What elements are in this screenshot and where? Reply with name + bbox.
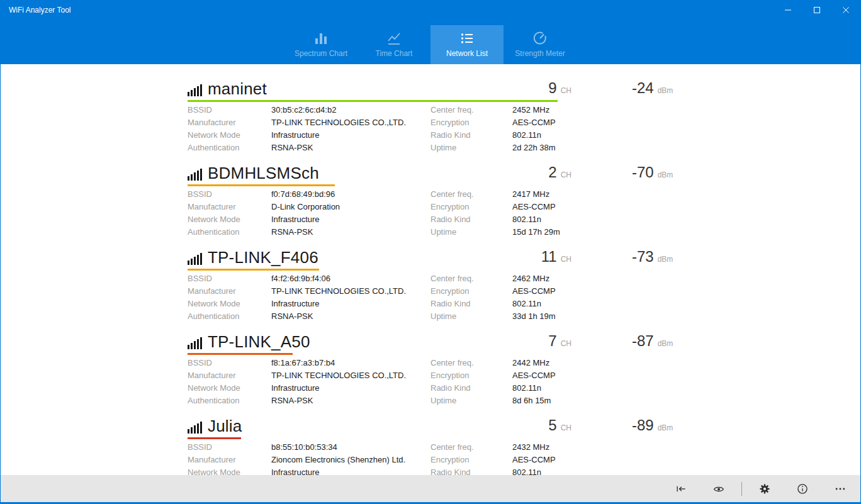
- detail-value: 802.11n: [512, 466, 860, 475]
- channel-block: 2 CH: [452, 164, 571, 181]
- detail-label: Encryption: [430, 285, 512, 298]
- channel-block: 11 CH: [452, 248, 571, 266]
- rssi-value: -87: [632, 332, 654, 350]
- detail-label: Encryption: [430, 201, 512, 213]
- detail-label: Center freq.: [430, 357, 512, 369]
- channel-unit: CH: [561, 423, 571, 432]
- minimize-button[interactable]: [774, 0, 802, 20]
- detail-value: AES-CCMP: [512, 285, 860, 298]
- detail-label: Authentication: [188, 395, 271, 407]
- tab-network-list[interactable]: Network List: [430, 25, 504, 64]
- network-entry[interactable]: maninet 9 CH -24 dBm BSSID 30:b5:c2:6c:d…: [1, 74, 860, 159]
- detail-label: Manufacturer: [188, 369, 271, 382]
- detail-value: f8:1a:67:a3:b7:b4: [271, 357, 430, 369]
- list-icon: [459, 31, 475, 46]
- network-details: BSSID f4:f2:6d:9b:f4:06 Center freq. 246…: [188, 272, 860, 323]
- signal-bars-icon: [188, 337, 202, 349]
- detail-value: 2442 MHz: [512, 357, 860, 369]
- network-entry[interactable]: Julia 5 CH -89 dBm BSSID b8:55:10:b0:53:…: [1, 412, 860, 475]
- rssi-block: -87 dBm: [632, 332, 673, 350]
- detail-label: BSSID: [188, 104, 271, 116]
- network-entry-header: Julia 5 CH -89 dBm: [188, 415, 860, 435]
- signal-underline: [188, 269, 319, 271]
- monitor-button[interactable]: [704, 475, 734, 502]
- rssi-value: -24: [632, 79, 654, 97]
- network-list: maninet 9 CH -24 dBm BSSID 30:b5:c2:6c:d…: [1, 64, 860, 475]
- detail-value: 2452 MHz: [512, 104, 860, 116]
- network-name: TP-LINK_F406: [208, 248, 318, 267]
- settings-button[interactable]: [750, 475, 780, 502]
- detail-value: 2d 22h 38m: [512, 142, 860, 154]
- detail-label: Authentication: [188, 226, 271, 238]
- detail-value: 30:b5:c2:6c:d4:b2: [271, 104, 430, 116]
- network-name: TP-LINK_A50: [208, 332, 310, 351]
- detail-label: Manufacturer: [188, 285, 271, 298]
- detail-label: Radio Kind: [430, 213, 512, 226]
- detail-label: Network Mode: [188, 129, 271, 142]
- network-details: BSSID b8:55:10:b0:53:34 Center freq. 243…: [188, 441, 860, 475]
- detail-value: 802.11n: [512, 213, 860, 226]
- info-button[interactable]: [787, 475, 818, 502]
- close-button[interactable]: [831, 0, 860, 20]
- signal-underline: [188, 353, 293, 355]
- tab-strength-meter[interactable]: Strength Meter: [504, 25, 577, 64]
- network-details: BSSID 30:b5:c2:6c:d4:b2 Center freq. 245…: [188, 104, 860, 154]
- rssi-unit: dBm: [658, 339, 673, 348]
- detail-value: Infrastructure: [271, 382, 430, 395]
- detail-label: Center freq.: [430, 188, 512, 201]
- detail-label: Network Mode: [188, 382, 271, 395]
- detail-value: 2417 MHz: [512, 188, 860, 201]
- channel-number: 5: [548, 417, 556, 434]
- tab-bar: Spectrum Chart Time Chart Network List S…: [1, 20, 860, 64]
- signal-underline: [188, 100, 558, 102]
- network-name: BDMHLSMSch: [208, 164, 319, 182]
- detail-value: f0:7d:68:49:bd:96: [271, 188, 430, 201]
- signal-underline: [188, 437, 241, 439]
- ellipsis-icon: [834, 483, 847, 495]
- network-entry-header: maninet 9 CH -24 dBm: [188, 78, 860, 98]
- detail-label: BSSID: [188, 441, 271, 454]
- rssi-block: -70 dBm: [632, 164, 673, 181]
- detail-label: Encryption: [430, 116, 512, 129]
- eye-icon: [712, 483, 725, 495]
- tab-label: Spectrum Chart: [295, 49, 347, 58]
- tab-label: Time Chart: [376, 49, 413, 58]
- detail-value: AES-CCMP: [512, 116, 860, 129]
- detail-value: RSNA-PSK: [271, 226, 430, 238]
- network-details: BSSID f0:7d:68:49:bd:96 Center freq. 241…: [188, 188, 860, 238]
- channel-block: 5 CH: [452, 417, 571, 434]
- detail-value: Infrastructure: [271, 213, 430, 226]
- network-name: maninet: [208, 79, 267, 98]
- detail-value: D-Link Corporation: [271, 201, 430, 213]
- rssi-unit: dBm: [658, 86, 673, 95]
- network-entry[interactable]: BDMHLSMSch 2 CH -70 dBm BSSID f0:7d:68:4…: [1, 159, 860, 243]
- more-button[interactable]: [825, 475, 855, 502]
- network-entry[interactable]: TP-LINK_A50 7 CH -87 dBm BSSID f8:1a:67:…: [1, 327, 860, 412]
- network-entry[interactable]: TP-LINK_F406 11 CH -73 dBm BSSID f4:f2:6…: [1, 243, 860, 327]
- channel-number: 7: [548, 332, 556, 350]
- tab-label: Network List: [446, 49, 488, 58]
- rssi-unit: dBm: [658, 255, 673, 264]
- dock-window-button[interactable]: [666, 475, 696, 502]
- detail-label: Center freq.: [430, 104, 512, 116]
- info-icon: [796, 483, 809, 495]
- line-chart-icon: [386, 31, 402, 46]
- detail-value: 15d 17h 29m: [512, 226, 860, 238]
- detail-label: Uptime: [430, 226, 512, 238]
- detail-label: Manufacturer: [188, 201, 271, 213]
- tab-spectrum-chart[interactable]: Spectrum Chart: [284, 25, 357, 64]
- detail-value: 802.11n: [512, 382, 860, 395]
- signal-underline: [188, 184, 335, 186]
- detail-label: Uptime: [430, 395, 512, 407]
- channel-number: 2: [548, 164, 556, 181]
- detail-label: Uptime: [430, 310, 512, 323]
- detail-value: 802.11n: [512, 298, 860, 310]
- rssi-block: -89 dBm: [632, 417, 673, 434]
- detail-label: Encryption: [430, 369, 512, 382]
- channel-number: 11: [541, 248, 557, 266]
- network-name: Julia: [208, 417, 242, 435]
- maximize-button[interactable]: [802, 0, 831, 20]
- signal-bars-icon: [188, 253, 202, 265]
- rssi-value: -89: [632, 417, 654, 434]
- tab-time-chart[interactable]: Time Chart: [357, 25, 430, 64]
